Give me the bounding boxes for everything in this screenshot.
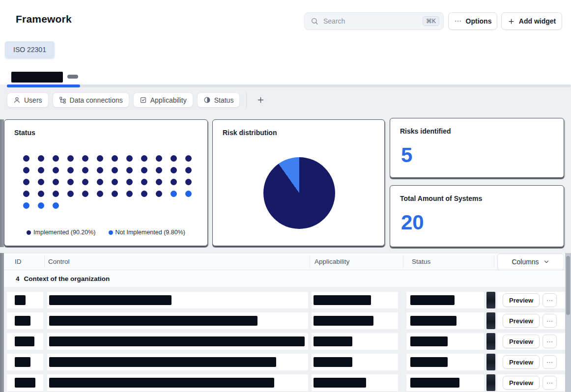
control-cell [47, 354, 308, 370]
status-cell [406, 312, 484, 329]
more-button[interactable]: ⋯ [542, 376, 557, 390]
tab-status[interactable]: Status [197, 92, 240, 108]
search-input[interactable] [322, 17, 419, 26]
redacted-status [410, 336, 448, 346]
redacted-doc-subtitle [67, 75, 78, 79]
dot-implemented [82, 167, 88, 173]
progress-fill [7, 84, 80, 87]
dot-implemented [67, 167, 74, 173]
column-divider [403, 255, 403, 268]
more-button[interactable]: ⋯ [542, 355, 557, 369]
tab-applicability[interactable]: Applicability [133, 92, 193, 108]
table-row[interactable]: Preview⋯ [4, 333, 565, 350]
actions-cell: Preview⋯ [497, 333, 565, 350]
widget-title: Risks identified [400, 127, 451, 135]
legend-dot-not-implemented [109, 230, 113, 235]
dot-not-implemented [23, 202, 29, 209]
table-row[interactable]: Preview⋯ [4, 312, 565, 329]
redacted-strip [486, 292, 495, 308]
table-row[interactable]: Preview⋯ [4, 354, 565, 370]
ellipsis-icon [454, 17, 462, 25]
scrollbar[interactable] [565, 253, 571, 392]
id-cell [7, 374, 43, 391]
dot-implemented [156, 155, 162, 162]
tab-data-connections[interactable]: Data connections [53, 92, 129, 108]
chevron-down-icon [543, 258, 550, 265]
preview-button[interactable]: Preview [503, 355, 540, 369]
contrast-icon [203, 96, 211, 104]
control-cell [47, 374, 308, 391]
progress-bar [7, 84, 571, 87]
status-widget: Status Implemented (90.20%) Not Implemen… [4, 119, 208, 246]
column-divider [494, 255, 494, 268]
redacted-applicability [314, 316, 373, 326]
applicability-cell [312, 354, 398, 370]
column-divider [310, 255, 310, 268]
dot-implemented [112, 179, 118, 185]
redacted-control [49, 336, 305, 346]
add-widget-label: Add widget [519, 17, 556, 25]
table-row[interactable]: Preview⋯ [4, 292, 565, 308]
tab-users[interactable]: Users [7, 92, 49, 108]
preview-button[interactable]: Preview [503, 314, 540, 328]
dot-implemented [141, 155, 147, 162]
dot-implemented [156, 179, 162, 185]
column-header-id[interactable]: ID [15, 253, 22, 270]
tab-label: Users [24, 96, 42, 104]
id-cell [7, 312, 43, 329]
redacted-id [15, 295, 26, 305]
dot-implemented [126, 191, 133, 197]
column-header-control[interactable]: Control [48, 253, 70, 270]
dot-implemented [82, 179, 88, 185]
total-systems-widget: Total Amount of Systems 20 [390, 185, 564, 247]
section-number: 4 [16, 275, 20, 282]
id-cell [7, 333, 43, 350]
dot-implemented [67, 179, 74, 185]
dot-implemented [97, 155, 103, 162]
left-edge-shadow [0, 253, 4, 392]
dot-implemented [141, 191, 147, 197]
preview-button[interactable]: Preview [503, 376, 540, 390]
more-button[interactable]: ⋯ [542, 314, 557, 328]
status-cell [406, 333, 484, 350]
framework-chip[interactable]: ISO 22301 [5, 41, 55, 58]
search-icon [311, 17, 318, 25]
dot-implemented [53, 155, 59, 162]
dot-implemented [185, 179, 192, 185]
dot-implemented [53, 179, 59, 185]
id-cell [7, 292, 43, 308]
dot-not-implemented [38, 202, 44, 209]
more-button[interactable]: ⋯ [542, 335, 557, 348]
dot-implemented [53, 191, 59, 197]
table-row[interactable]: Preview⋯ [4, 374, 565, 391]
legend-label: Implemented (90.20%) [33, 229, 95, 236]
tab-label: Data connections [70, 96, 123, 104]
dot-implemented [185, 167, 192, 173]
dot-implemented [156, 191, 162, 197]
search-box[interactable]: ⌘K [304, 12, 444, 30]
add-widget-button[interactable]: Add widget [501, 12, 562, 30]
more-button[interactable]: ⋯ [542, 293, 557, 307]
dot-implemented [38, 191, 44, 197]
dot-implemented [38, 155, 44, 162]
dot-implemented [97, 167, 103, 173]
add-tab-button[interactable] [253, 93, 268, 108]
redacted-status [410, 378, 459, 388]
applicability-cell [312, 333, 398, 350]
options-button[interactable]: Options [448, 12, 497, 30]
table-section-header[interactable]: 4 Context of the organization [4, 270, 565, 287]
widget-title: Status [14, 129, 35, 137]
column-header-status[interactable]: Status [412, 253, 430, 270]
scrollbar-thumb[interactable] [566, 256, 570, 315]
redacted-doc-title [11, 72, 63, 83]
columns-button[interactable]: Columns [497, 253, 564, 270]
search-shortcut-badge: ⌘K [423, 16, 439, 26]
actions-cell: Preview⋯ [497, 374, 565, 391]
preview-button[interactable]: Preview [503, 335, 540, 348]
actions-cell: Preview⋯ [497, 292, 565, 308]
redacted-id [15, 357, 30, 367]
redacted-applicability [314, 357, 352, 367]
dot-implemented [126, 179, 133, 185]
preview-button[interactable]: Preview [503, 293, 540, 307]
column-header-applicability[interactable]: Applicability [314, 253, 349, 270]
